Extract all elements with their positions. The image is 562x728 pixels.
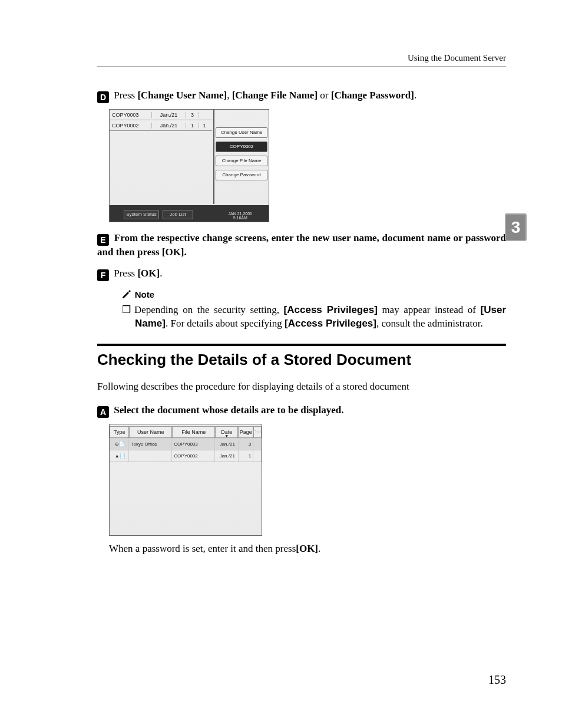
file-row-1-page: 1 (186, 123, 199, 129)
file-row-0-name: COPY0003 (110, 112, 152, 118)
doc-row-1-ord (253, 450, 262, 462)
step4-end: . (414, 90, 416, 101)
doc-row-0-date: Jan./21 (215, 439, 238, 450)
section-divider (97, 344, 506, 346)
step4-b3: [Change Password] (331, 90, 414, 101)
step4-sep1: , (227, 90, 232, 101)
screenshot-1: COPY0003 Jan./21 3 COPY0002 Jan./21 1 1 … (109, 109, 506, 222)
clock-time: 5:16AM (229, 216, 252, 220)
section-heading: Checking the Details of a Stored Documen… (97, 351, 506, 369)
doc-row-0-ord (253, 439, 262, 450)
step4-b1: [Change User Name] (137, 90, 227, 101)
note-block: Note ❒Depending on the security setting,… (97, 289, 506, 331)
system-status-button[interactable]: System Status (124, 210, 159, 219)
col-ord[interactable]: Ord (253, 426, 262, 438)
clock: JAN 21,2006 5:16AM (229, 212, 252, 220)
change-file-name-button[interactable]: Change File Name (216, 156, 267, 166)
col-date[interactable]: Date▼ (215, 426, 238, 438)
doc-row-1-page: 1 (239, 450, 254, 462)
col-type[interactable]: Type (110, 426, 129, 438)
step4-b2: [Change File Name] (232, 90, 318, 101)
note-b3: [Access Privileges] (285, 318, 376, 329)
screenshot-2: Type User Name File Name Date▼ Page Ord … (109, 424, 506, 536)
running-header: Using the Document Server (97, 53, 506, 67)
doc-row-1-file: COPY0002 (172, 450, 215, 462)
file-row-1-ord: 1 (199, 123, 210, 129)
doc-row-1[interactable]: ▲📄 COPY0002 Jan./21 1 (110, 450, 262, 462)
job-list-button[interactable]: Job List (163, 210, 193, 219)
sort-arrow-icon: ▼ (224, 434, 229, 438)
clock-date: JAN 21,2006 (229, 212, 252, 216)
col-user-name[interactable]: User Name (129, 426, 172, 438)
caption-t2: . (318, 543, 320, 554)
step-a-text: Select the document whose details are to… (114, 404, 343, 416)
file-row-0-date: Jan./21 (152, 112, 186, 118)
step-4-badge: D (97, 91, 109, 103)
caption-after-screenshot: When a password is set, enter it and the… (97, 543, 506, 555)
step-a-badge: A (97, 406, 109, 418)
doc-row-0-file: COPY0003 (172, 439, 215, 450)
note-t3: . For details about specifying (166, 318, 285, 329)
section-intro: Following describes the procedure for di… (97, 381, 506, 393)
step5-t1: From the respective change screens, ente… (97, 232, 506, 258)
current-file-display[interactable]: COPY0002 (216, 141, 267, 152)
file-row-0[interactable]: COPY0003 Jan./21 3 (110, 110, 212, 120)
col-file-name[interactable]: File Name (172, 426, 215, 438)
doc-row-1-date: Jan./21 (215, 450, 238, 462)
step-4: D Press [Change User Name], [Change File… (97, 90, 506, 103)
step-5: E From the respective change screens, en… (97, 232, 506, 259)
note-item: ❒Depending on the security setting, [Acc… (122, 304, 506, 331)
doc-row-0[interactable]: ⊕📄 Tokyo Office COPY0003 Jan./21 3 (110, 439, 262, 450)
note-b1: [Access Privileges] (284, 304, 378, 315)
note-heading: Note (122, 289, 506, 300)
step6-end: . (160, 268, 162, 279)
step4-sep2: or (318, 90, 331, 101)
file-row-1-name: COPY0002 (110, 123, 152, 129)
page-number: 153 (488, 673, 506, 687)
note-t2: may appear instead of (378, 304, 481, 315)
step-4-press: Press (114, 90, 137, 101)
caption-b1: [OK] (296, 543, 318, 554)
note-bullet: ❒ (122, 304, 131, 315)
step-6-badge: F (97, 269, 109, 281)
file-row-1[interactable]: COPY0002 Jan./21 1 1 (110, 120, 212, 131)
caption-t1: When a password is set, enter it and the… (109, 543, 296, 554)
col-page[interactable]: Page (238, 426, 253, 438)
file-row-0-page: 3 (186, 112, 199, 118)
step6-b1: [OK] (137, 268, 160, 279)
step6-press: Press (114, 268, 137, 279)
change-password-button[interactable]: Change Password (216, 170, 267, 180)
pencil-icon (122, 289, 131, 299)
step-5-badge: E (97, 234, 109, 246)
chapter-tab: 3 (505, 213, 527, 241)
doc-row-0-user: Tokyo Office (129, 439, 172, 450)
note-t4: , consult the administrator. (376, 318, 483, 329)
table-header: Type User Name File Name Date▼ Page Ord (110, 424, 262, 439)
note-t1: Depending on the security setting, (134, 304, 284, 315)
doc-row-1-user (129, 450, 172, 462)
doc-row-0-page: 3 (239, 439, 254, 450)
step5-b1: [OK] (162, 246, 184, 258)
file-row-1-date: Jan./21 (152, 123, 186, 129)
doc-row-0-type-icon: ⊕📄 (110, 439, 129, 450)
step5-t2: . (184, 246, 187, 258)
note-heading-text: Note (135, 289, 154, 299)
doc-row-1-type-icon: ▲📄 (110, 450, 129, 462)
step-a: A Select the document whose details are … (97, 404, 506, 418)
change-user-name-button[interactable]: Change User Name (216, 127, 267, 138)
step-6: F Press [OK]. (97, 268, 506, 281)
